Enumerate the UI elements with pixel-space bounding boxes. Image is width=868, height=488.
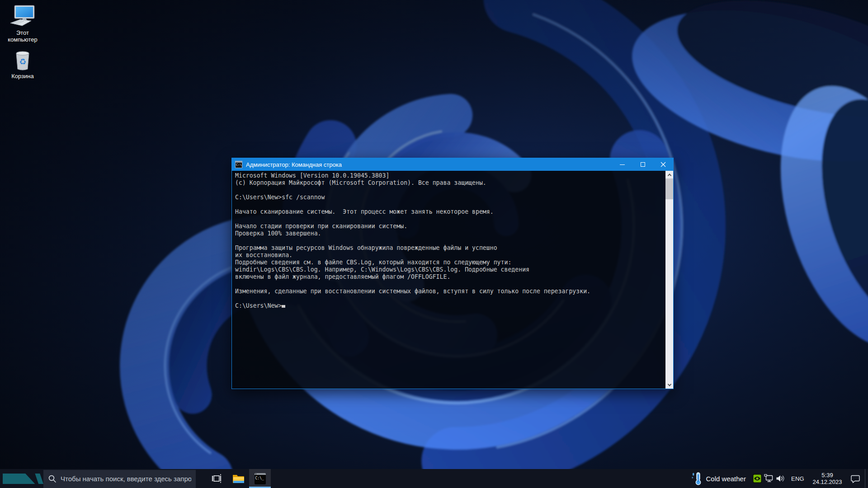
this-pc-icon [9,5,37,28]
console-line: Подробные сведения см. в файле CBS.Log, … [235,259,664,266]
minimize-icon [620,164,625,165]
ethernet-icon [764,474,774,483]
console-line: включены в файл журнала, предоставляемый… [235,273,664,281]
desktop-icon-recycle-bin[interactable]: ♻ Корзина [3,48,42,80]
weather-label: Cold weather [706,475,746,483]
chevron-down-icon [667,382,671,386]
maximize-button[interactable] [632,158,653,171]
desktop: Этот компьютер ♻ Корзина C:\ Администрат… [0,0,868,488]
console-line: windir\Logs\CBS\CBS.log. Например, C:\Wi… [235,266,664,273]
console-prompt-line: C:\Users\New> [235,302,664,310]
text-cursor [282,305,285,308]
desktop-icon-label: Этот компьютер [3,29,42,43]
action-center-button[interactable] [846,469,865,488]
maximize-icon [641,162,645,167]
thermometer-snow-icon [691,471,703,486]
volume-tray-button[interactable] [775,469,787,488]
console-scrollbar[interactable] [665,171,673,389]
network-tray-button[interactable] [763,469,775,488]
start-button[interactable] [0,469,43,488]
taskbar-search-box[interactable] [43,470,196,488]
minimize-button[interactable] [612,158,632,171]
cmd-window: C:\ Администратор: Командная строка Micr… [231,158,674,389]
console-line [235,237,664,244]
console-output: Microsoft Windows [Version 10.0.19045.38… [235,172,664,310]
console-line: Microsoft Windows [Version 10.0.19045.38… [235,172,664,179]
recycle-bin-icon: ♻ [12,48,33,71]
console-prompt: C:\Users\New> [235,302,282,309]
console-line [235,201,664,208]
desktop-icon-this-pc[interactable]: Этот компьютер [3,5,42,43]
console-line: (c) Корпорация Майкрософт (Microsoft Cor… [235,179,664,187]
show-desktop-button[interactable] [865,469,868,488]
language-indicator[interactable]: ENG [787,475,809,482]
window-title: Администратор: Командная строка [246,161,342,168]
console-area[interactable]: Microsoft Windows [Version 10.0.19045.38… [232,171,673,389]
console-line: Начато сканирование системы. Этот процес… [235,208,664,216]
command-prompt-taskbar-button[interactable]: C:\_ [249,469,271,488]
search-input[interactable] [61,475,191,483]
file-explorer-button[interactable] [227,469,249,488]
task-view-button[interactable] [206,469,227,488]
start-logo-icon [3,474,37,484]
scroll-down-button[interactable] [665,381,673,389]
cmd-window-icon: C:\ [235,161,242,168]
console-line [235,216,664,223]
speaker-icon [775,474,786,483]
svg-text:♻: ♻ [19,57,26,66]
console-line [235,187,664,194]
console-line: Изменения, сделанные при восстановлении … [235,288,664,295]
console-line: их восстановила. [235,252,664,259]
close-button[interactable] [653,158,673,171]
clock-date: 24.12.2023 [809,479,846,485]
desktop-icon-label: Корзина [3,73,42,80]
scroll-up-button[interactable] [665,171,673,178]
close-icon [660,162,666,167]
taskbar: C:\_ Cold weather [0,469,868,488]
command-prompt-icon: C:\_ [255,473,266,484]
weather-widget[interactable]: Cold weather [687,469,751,488]
chevron-up-icon [667,174,671,177]
console-line: Проверка 100% завершена. [235,230,664,237]
console-line: C:\Users\New>sfc /scannow [235,194,664,201]
console-line: Программа защиты ресурсов Windows обнару… [235,244,664,252]
console-line: Начало стадии проверки при сканировании … [235,223,664,230]
console-line [235,295,664,302]
scrollbar-thumb[interactable] [665,178,673,199]
nvidia-icon [753,474,762,483]
nvidia-tray-button[interactable] [751,469,763,488]
task-view-icon [211,473,222,484]
clock-time: 5:39 [809,472,846,479]
notification-icon [850,474,861,483]
search-icon [48,474,57,483]
clock[interactable]: 5:39 24.12.2023 [809,472,846,485]
console-line [235,281,664,288]
file-explorer-icon [232,474,245,484]
cmd-titlebar[interactable]: C:\ Администратор: Командная строка [232,158,673,171]
